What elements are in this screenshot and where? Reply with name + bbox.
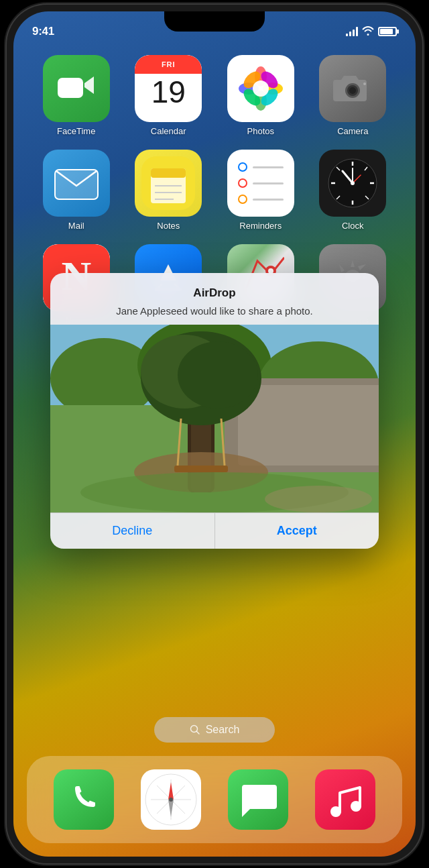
app-facetime[interactable]: FaceTime — [34, 55, 119, 136]
reminders-label: Reminders — [239, 221, 282, 231]
facetime-icon[interactable] — [43, 55, 110, 122]
status-icons — [346, 26, 397, 38]
svg-point-77 — [330, 806, 341, 817]
svg-rect-63 — [174, 466, 228, 472]
svg-point-78 — [351, 801, 361, 812]
calendar-icon[interactable]: FRI 19 — [135, 55, 202, 122]
airdrop-decline-button[interactable]: Decline — [50, 513, 215, 549]
app-camera[interactable]: Camera — [310, 55, 396, 136]
calendar-day: FRI — [135, 55, 202, 74]
dock-app-safari[interactable] — [141, 769, 201, 830]
svg-point-76 — [169, 798, 173, 802]
screen: 9:41 — [13, 11, 416, 857]
search-pill[interactable]: Search — [154, 717, 275, 743]
svg-point-14 — [363, 83, 366, 85]
dock-app-music[interactable] — [315, 769, 375, 830]
mail-icon[interactable] — [43, 150, 110, 217]
app-clock[interactable]: Clock — [310, 150, 396, 231]
battery-icon — [378, 27, 397, 36]
airdrop-title: AirDrop — [64, 286, 365, 300]
mail-label: Mail — [68, 221, 84, 231]
phone-icon[interactable] — [54, 769, 114, 830]
facetime-label: FaceTime — [57, 126, 95, 136]
calendar-date: 19 — [151, 76, 186, 107]
airdrop-buttons: Decline Accept — [50, 512, 379, 549]
notes-icon[interactable] — [135, 150, 202, 217]
svg-point-13 — [349, 87, 356, 94]
camera-label: Camera — [337, 126, 368, 136]
app-mail[interactable]: Mail — [34, 150, 119, 231]
signal-icon — [346, 27, 358, 36]
photos-label: Photos — [247, 126, 274, 136]
wifi-icon — [362, 26, 374, 38]
dock — [27, 756, 402, 843]
phone-frame: 9:41 — [7, 5, 422, 863]
clock-label: Clock — [342, 221, 364, 231]
airdrop-photo — [50, 325, 379, 512]
svg-line-67 — [196, 732, 199, 735]
svg-rect-19 — [151, 168, 186, 178]
app-reminders[interactable]: Reminders — [218, 150, 304, 231]
app-calendar[interactable]: FRI 19 Calendar — [126, 55, 212, 136]
clock-icon[interactable] — [319, 150, 386, 217]
notch — [164, 11, 265, 32]
svg-point-65 — [265, 486, 372, 512]
svg-point-36 — [351, 181, 355, 185]
svg-point-10 — [253, 80, 269, 97]
camera-icon[interactable] — [319, 55, 386, 122]
dock-app-messages[interactable] — [228, 769, 288, 830]
safari-icon[interactable] — [141, 769, 201, 830]
svg-point-59 — [178, 341, 258, 409]
music-icon[interactable] — [315, 769, 375, 830]
app-notes[interactable]: Notes — [126, 150, 212, 231]
dock-app-phone[interactable] — [54, 769, 114, 830]
status-time: 9:41 — [32, 25, 54, 38]
messages-icon[interactable] — [228, 769, 288, 830]
app-photos[interactable]: Photos — [218, 55, 304, 136]
search-icon — [190, 724, 200, 735]
airdrop-header: AirDrop Jane Appleseed would like to sha… — [50, 273, 379, 325]
svg-rect-54 — [238, 385, 379, 466]
notes-label: Notes — [157, 221, 180, 231]
photos-icon[interactable] — [227, 55, 294, 122]
reminders-icon[interactable] — [227, 150, 294, 217]
svg-rect-0 — [58, 78, 83, 98]
airdrop-message: Jane Appleseed would like to share a pho… — [64, 304, 365, 318]
airdrop-accept-button[interactable]: Accept — [215, 513, 379, 549]
calendar-label: Calendar — [151, 126, 186, 136]
airdrop-modal: AirDrop Jane Appleseed would like to sha… — [50, 273, 379, 549]
search-label: Search — [206, 724, 240, 736]
